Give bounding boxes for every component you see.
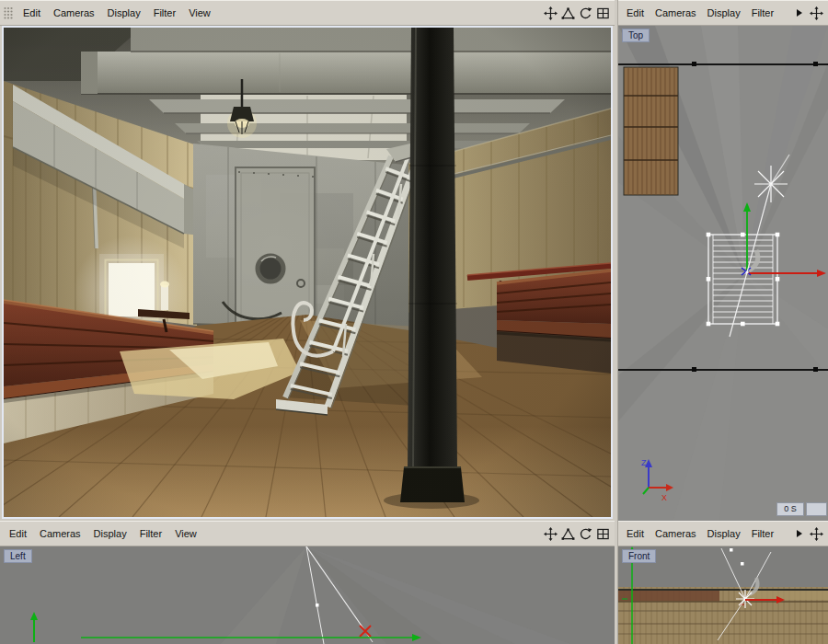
vertex-handle[interactable] bbox=[316, 604, 319, 607]
top-view-scene: Z X bbox=[618, 26, 828, 521]
menu-cameras[interactable]: Cameras bbox=[33, 528, 87, 539]
toggle-view-icon[interactable] bbox=[595, 6, 610, 20]
menu-display[interactable]: Display bbox=[101, 7, 147, 18]
viewport-perspective: Edit Cameras Display Filter View bbox=[0, 0, 615, 521]
wood-deck-patch bbox=[624, 67, 678, 195]
front-view[interactable]: Front bbox=[618, 546, 828, 644]
viewport-divider[interactable] bbox=[615, 0, 618, 644]
axis-label-x: X bbox=[661, 493, 667, 502]
menu-filter[interactable]: Filter bbox=[133, 528, 168, 539]
axis-label-z: Z bbox=[641, 458, 647, 467]
menu-edit[interactable]: Edit bbox=[621, 528, 650, 539]
view-toolbar bbox=[543, 526, 612, 541]
drag-dots bbox=[3, 5, 14, 21]
menu-view[interactable]: View bbox=[168, 528, 203, 539]
menu-filter[interactable]: Filter bbox=[147, 7, 182, 18]
viewport-label-top: Top bbox=[622, 29, 650, 42]
menu-edit[interactable]: Edit bbox=[621, 7, 650, 18]
window-handle-icon[interactable] bbox=[3, 5, 16, 21]
left-menubar: Edit Cameras Display Filter View bbox=[0, 521, 615, 546]
frame-status-box: 0 S bbox=[776, 502, 804, 516]
viewport-label-front: Front bbox=[622, 549, 656, 563]
viewport-front: Edit Cameras Display Filter Front bbox=[618, 521, 828, 644]
left-view-scene bbox=[0, 546, 615, 644]
menu-filter[interactable]: Filter bbox=[746, 7, 779, 18]
vignette-overlay bbox=[4, 28, 611, 517]
vertex-handle[interactable] bbox=[741, 562, 744, 566]
vertex-handle[interactable] bbox=[730, 548, 733, 552]
rotate-icon[interactable] bbox=[578, 6, 592, 20]
deck-texture-strip bbox=[618, 587, 828, 644]
move-icon[interactable] bbox=[809, 6, 823, 20]
menu-display[interactable]: Display bbox=[702, 7, 746, 18]
move-icon[interactable] bbox=[543, 6, 558, 20]
status-box-secondary bbox=[806, 502, 827, 516]
menu-filter[interactable]: Filter bbox=[746, 528, 779, 539]
menu-edit[interactable]: Edit bbox=[3, 528, 33, 539]
menu-overflow-icon[interactable] bbox=[797, 530, 802, 537]
scale-icon[interactable] bbox=[560, 6, 575, 20]
perspective-menubar: Edit Cameras Display Filter View bbox=[0, 0, 615, 26]
view-toolbar bbox=[543, 6, 612, 20]
top-menubar: Edit Cameras Display Filter bbox=[618, 0, 828, 26]
menu-overflow-icon[interactable] bbox=[797, 9, 802, 17]
move-icon[interactable] bbox=[809, 526, 823, 541]
view-toolbar bbox=[795, 526, 825, 541]
scale-icon[interactable] bbox=[560, 526, 575, 541]
rotate-icon[interactable] bbox=[578, 526, 592, 541]
viewport-top: Edit Cameras Display Filter Top bbox=[618, 0, 828, 521]
star-marker bbox=[736, 590, 754, 608]
rendered-scene bbox=[4, 28, 611, 517]
menu-cameras[interactable]: Cameras bbox=[650, 7, 702, 18]
menu-view[interactable]: View bbox=[182, 7, 217, 18]
left-view[interactable]: Left bbox=[0, 546, 615, 644]
viewport-left: Edit Cameras Display Filter View Left bbox=[0, 521, 615, 644]
status-row: 0 S bbox=[776, 502, 827, 516]
move-icon[interactable] bbox=[543, 526, 558, 541]
menu-cameras[interactable]: Cameras bbox=[650, 528, 702, 539]
top-view[interactable]: Top bbox=[618, 26, 828, 521]
toggle-view-icon[interactable] bbox=[595, 526, 610, 541]
menu-display[interactable]: Display bbox=[702, 528, 746, 539]
viewport-label-left: Left bbox=[4, 549, 32, 563]
menu-edit[interactable]: Edit bbox=[17, 7, 47, 18]
front-menubar: Edit Cameras Display Filter bbox=[618, 521, 828, 546]
menu-display[interactable]: Display bbox=[87, 528, 133, 539]
menu-cameras[interactable]: Cameras bbox=[47, 7, 101, 18]
view-toolbar bbox=[795, 6, 825, 20]
perspective-render-view[interactable] bbox=[2, 26, 613, 519]
